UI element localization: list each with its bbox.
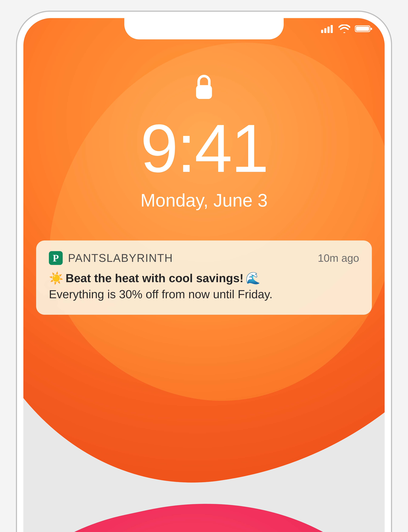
battery-icon xyxy=(355,25,373,33)
phone-screen: 9:41 Monday, June 3 Check out our for wo… xyxy=(23,18,385,532)
notification-app-name: PANTSLABYRINTH xyxy=(68,252,173,264)
svg-rect-5 xyxy=(356,27,369,31)
svg-rect-3 xyxy=(331,25,333,33)
svg-rect-0 xyxy=(321,30,323,33)
svg-rect-6 xyxy=(371,28,372,30)
wave-emoji-icon: 🌊 xyxy=(246,272,260,284)
device-notch xyxy=(124,18,284,39)
status-bar xyxy=(321,25,373,33)
lock-icon xyxy=(194,73,214,101)
notification-title: Beat the heat with cool savings! xyxy=(66,271,244,285)
notification-body: Everything is 30% off from now until Fri… xyxy=(49,287,359,301)
lockscreen-time: 9:41 xyxy=(140,114,268,182)
wifi-icon xyxy=(339,25,350,33)
notification-card[interactable]: P PANTSLABYRINTH 10m ago ☀️ Beat the hea… xyxy=(36,240,372,315)
phone-frame: 9:41 Monday, June 3 Check out our for wo… xyxy=(16,11,392,532)
svg-rect-7 xyxy=(196,85,212,99)
svg-rect-2 xyxy=(327,27,330,33)
svg-rect-1 xyxy=(324,28,326,33)
notification-timestamp: 10m ago xyxy=(318,252,359,264)
sun-emoji-icon: ☀️ xyxy=(49,272,63,284)
notification-app-icon: P xyxy=(49,251,63,265)
cellular-signal-icon xyxy=(321,25,334,33)
lockscreen-date: Monday, June 3 xyxy=(140,190,268,211)
